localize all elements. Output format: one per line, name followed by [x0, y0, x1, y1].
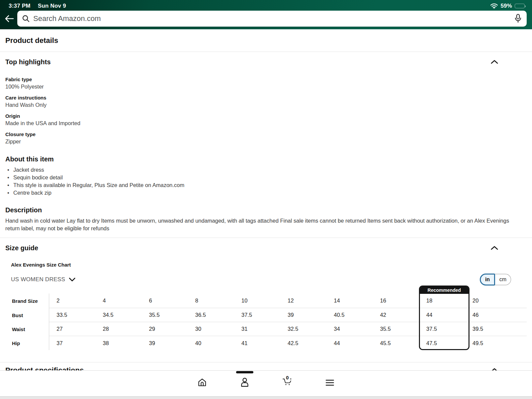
- about-bullet: Jacket dress: [5, 166, 527, 174]
- size-row-label: Bust: [11, 308, 49, 322]
- cart-count-badge: 0: [286, 375, 289, 380]
- highlight-value: Hand Wash Only: [5, 101, 527, 108]
- back-button[interactable]: [3, 12, 15, 25]
- size-row-label: Hip: [11, 336, 49, 350]
- home-icon: [198, 378, 207, 387]
- size-cell: 4: [95, 294, 142, 308]
- size-cell: 37.5: [419, 322, 465, 336]
- size-cell: 28: [95, 322, 142, 336]
- size-cell: 45.5: [373, 336, 419, 350]
- divider: [0, 362, 532, 362]
- size-cell: 34.5: [95, 308, 142, 322]
- size-cell: 14: [327, 294, 373, 308]
- size-guide-title: Size guide: [5, 244, 38, 252]
- size-category-value: US WOMEN DRESS: [11, 276, 65, 283]
- about-bullet: This style is available in Regular, Plus…: [5, 181, 527, 189]
- menu-tab[interactable]: [325, 376, 334, 387]
- size-cell: 8: [188, 294, 234, 308]
- size-cell: 46: [465, 308, 527, 322]
- size-chart-title: Alex Evenings Size Chart: [11, 262, 527, 268]
- chevron-down-icon: [69, 278, 75, 282]
- about-title: About this item: [5, 155, 527, 163]
- top-highlights-header[interactable]: Top highlights: [5, 58, 527, 66]
- highlight-label: Closure type: [5, 131, 527, 138]
- size-cell: 39.5: [465, 322, 527, 336]
- size-cell: 16: [373, 294, 419, 308]
- size-cell: 12: [280, 294, 327, 308]
- highlight-item: Origin Made in the USA and Imported: [5, 113, 527, 127]
- chevron-up-icon[interactable]: [491, 59, 498, 65]
- size-row-label: Waist: [11, 322, 49, 336]
- about-bullet-list: Jacket dress Sequin bodice detail This s…: [5, 166, 527, 197]
- highlight-item: Closure type Zipper: [5, 131, 527, 145]
- battery-percent: 59%: [500, 3, 512, 9]
- home-gesture-area: [0, 396, 532, 399]
- hamburger-menu-icon: [325, 378, 334, 387]
- size-cell: 30: [188, 322, 234, 336]
- size-category-dropdown[interactable]: US WOMEN DRESS: [11, 276, 75, 283]
- size-cell: 44: [327, 336, 373, 350]
- page-title: Product details: [5, 36, 527, 45]
- highlight-value: 100% Polyester: [5, 83, 527, 90]
- wifi-icon: [490, 3, 498, 9]
- date: Sun Nov 9: [38, 3, 66, 9]
- bottom-nav: 0: [0, 370, 532, 396]
- size-row-label: Brand Size: [11, 294, 49, 308]
- unit-in-button[interactable]: in: [480, 274, 495, 286]
- main-content: Product details Top highlights Fabric ty…: [0, 29, 532, 399]
- size-cell: 47.5: [419, 336, 465, 350]
- profile-tab[interactable]: [240, 376, 249, 387]
- size-cell: 18: [419, 294, 465, 308]
- unit-toggle: in cm: [480, 274, 511, 286]
- app-header: 3:37 PM Sun Nov 9 59%: [0, 0, 532, 29]
- search-box[interactable]: [17, 11, 527, 27]
- divider: [0, 238, 532, 238]
- size-cell: 33.5: [49, 308, 95, 322]
- size-cell: 6: [142, 294, 188, 308]
- chevron-up-icon[interactable]: [491, 245, 498, 251]
- size-cell: 29: [142, 322, 188, 336]
- search-icon: [22, 15, 30, 23]
- size-cell: 2: [49, 294, 95, 308]
- size-grid: Brand Size2468101214161820Bust33.534.535…: [11, 294, 527, 350]
- size-cell: 31: [234, 322, 280, 336]
- highlight-value: Made in the USA and Imported: [5, 119, 527, 127]
- active-tab-indicator: [236, 371, 253, 373]
- about-bullet: Sequin bodice detail: [5, 174, 527, 181]
- size-cell: 42.5: [280, 336, 327, 350]
- clock: 3:37 PM: [9, 3, 31, 9]
- size-cell: 27: [49, 322, 95, 336]
- unit-cm-button[interactable]: cm: [495, 274, 511, 285]
- home-tab[interactable]: [198, 376, 207, 387]
- size-chart-table: Recommended Brand Size2468101214161820Bu…: [11, 286, 527, 350]
- search-input[interactable]: [33, 14, 514, 23]
- description-text: Hand wash in cold water Lay flat to dry …: [5, 217, 514, 232]
- size-cell: 38: [95, 336, 142, 350]
- top-highlights-title: Top highlights: [5, 58, 51, 66]
- size-cell: 37.5: [234, 308, 280, 322]
- description-title: Description: [5, 206, 527, 214]
- microphone-icon[interactable]: [514, 14, 522, 24]
- size-cell: 39: [142, 336, 188, 350]
- highlight-item: Care instructions Hand Wash Only: [5, 95, 527, 108]
- battery-icon: [515, 4, 525, 8]
- size-cell: 40: [188, 336, 234, 350]
- size-cell: 40.5: [327, 308, 373, 322]
- size-cell: 34: [327, 322, 373, 336]
- size-cell: 32.5: [280, 322, 327, 336]
- size-cell: 39: [280, 308, 327, 322]
- size-cell: 36.5: [188, 308, 234, 322]
- about-bullet: Centre back zip: [5, 189, 527, 197]
- highlight-label: Origin: [5, 113, 527, 119]
- size-guide-header[interactable]: Size guide: [5, 244, 527, 252]
- size-cell: 10: [234, 294, 280, 308]
- screen: 3:37 PM Sun Nov 9 59%: [0, 0, 532, 399]
- size-cell: 35.5: [373, 322, 419, 336]
- highlight-label: Care instructions: [5, 95, 527, 101]
- profile-icon: [240, 377, 249, 387]
- highlight-item: Fabric type 100% Polyester: [5, 76, 527, 90]
- size-cell: 37: [49, 336, 95, 350]
- size-cell: 44: [419, 308, 465, 322]
- size-cell: 20: [465, 294, 527, 308]
- cart-tab[interactable]: 0: [283, 376, 292, 387]
